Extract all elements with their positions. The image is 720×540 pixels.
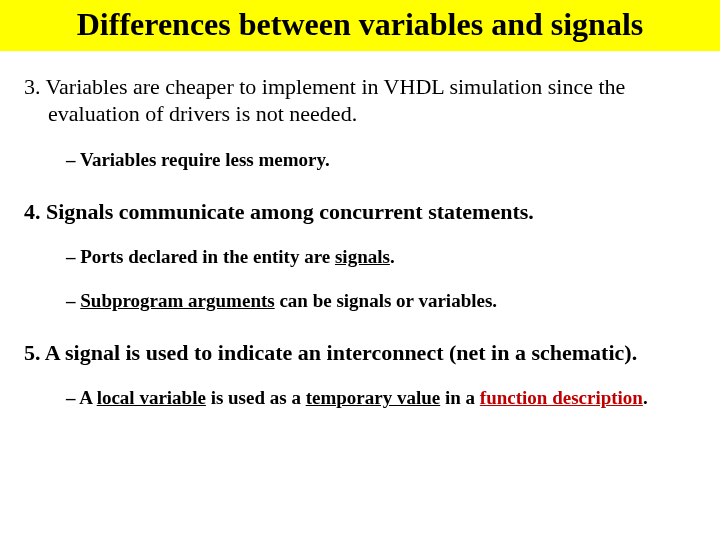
point-5-sub-1: A local variable is used as a temporary … [18,386,702,410]
p5s-b: local variable [97,387,206,408]
point-4-sub-1-underline: signals [335,246,390,267]
point-4-text: Signals communicate among concurrent sta… [46,199,534,224]
slide-title: Differences between variables and signal… [0,0,720,51]
p5s-e: in a [440,387,480,408]
point-3-sub-1: Variables require less memory. [18,148,702,172]
p5s-f: function description [480,387,643,408]
point-4-num: 4. [24,199,41,224]
point-5: 5. A signal is used to indicate an inter… [18,339,702,367]
point-4-sub-2-underline: Subprogram arguments [80,290,274,311]
slide-body: 3. Variables are cheaper to implement in… [0,51,720,410]
p5s-g: . [643,387,648,408]
point-5-text: A signal is used to indicate an intercon… [45,340,637,365]
point-3-num: 3. [24,74,41,99]
point-4-sub-2: Subprogram arguments can be signals or v… [18,289,702,313]
point-3: 3. Variables are cheaper to implement in… [18,73,702,128]
point-4-sub-2-tail: can be signals or variables. [275,290,497,311]
p5s-d: temporary value [306,387,441,408]
point-4-sub-1: Ports declared in the entity are signals… [18,245,702,269]
point-4: 4. Signals communicate among concurrent … [18,198,702,226]
point-5-num: 5. [24,340,41,365]
point-4-sub-1-tail: . [390,246,395,267]
p5s-a: A [79,387,96,408]
p5s-c: is used as a [206,387,306,408]
point-3-text: Variables are cheaper to implement in VH… [46,74,626,127]
point-4-sub-1-lead: Ports declared in the entity are [80,246,335,267]
